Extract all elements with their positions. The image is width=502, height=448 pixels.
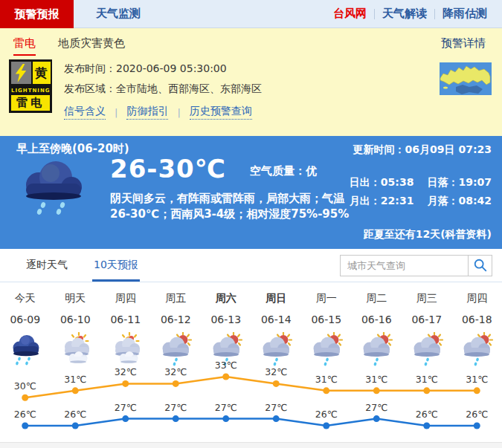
day-name: 明天 bbox=[51, 292, 101, 305]
svg-text:31℃: 31℃ bbox=[315, 374, 338, 385]
day-date: 06-14 bbox=[251, 314, 302, 325]
forecast-day-column: 周五06-12 bbox=[151, 282, 202, 366]
divider: | bbox=[115, 107, 118, 118]
svg-text:26℃: 26℃ bbox=[64, 409, 86, 420]
sunrise-time: 日出：05:38 bbox=[350, 176, 414, 189]
warning-tab-geohazard[interactable]: 地质灾害黄色 bbox=[58, 36, 125, 51]
tab-warning-forecast[interactable]: 预警预报 bbox=[0, 0, 74, 28]
sunrise-value: 05:38 bbox=[381, 176, 414, 188]
day-name: 周三 bbox=[402, 292, 452, 305]
warning-detail-link[interactable]: 预警详情 bbox=[441, 36, 486, 51]
weather-page: 预警预报 天气监测 台风网 天气解读 降雨估测 雷电 地质灾害黄色 预警详情 黄 bbox=[0, 0, 502, 448]
footer-strip bbox=[0, 442, 502, 448]
tab-hourly-weather[interactable]: 逐时天气 bbox=[26, 249, 68, 282]
forecast-day-column: 周四06-11 bbox=[100, 282, 151, 366]
publish-time-label: 发布时间： bbox=[64, 62, 116, 74]
day-name: 周四 bbox=[100, 292, 151, 305]
day-name: 周四 bbox=[452, 292, 502, 305]
day-date: 06-13 bbox=[201, 314, 251, 325]
moonset-value: 08:42 bbox=[458, 195, 492, 207]
air-quality-label: 空气质量： bbox=[250, 164, 306, 178]
search-button[interactable] bbox=[468, 255, 492, 276]
warning-tabs: 雷电 地质灾害黄色 预警详情 bbox=[0, 28, 502, 58]
day-date: 06-16 bbox=[352, 314, 402, 325]
day-name: 周一 bbox=[301, 292, 352, 305]
temp-chart: 30℃31℃32℃32℃33℃32℃31℃31℃31℃31℃26℃26℃27℃2… bbox=[0, 361, 502, 441]
svg-text:27℃: 27℃ bbox=[265, 402, 287, 413]
sun-moon-times: 日出：05:38 日落：19:07 月出：22:31 月落：08:42 bbox=[350, 176, 492, 208]
svg-text:31℃: 31℃ bbox=[466, 374, 488, 385]
solstice-countdown[interactable]: 距夏至还有12天(科普资料) bbox=[364, 228, 492, 241]
sunset-label: 日落： bbox=[427, 176, 458, 188]
day-date: 06-10 bbox=[51, 314, 101, 325]
forecast-days: 今天06-09 明天06-10 周四06-11 周五06-12 bbox=[0, 282, 502, 366]
svg-text:32℃: 32℃ bbox=[164, 366, 187, 377]
link-typhoon-net[interactable]: 台风网 bbox=[326, 7, 374, 21]
link-weather-explain[interactable]: 天气解读 bbox=[375, 7, 434, 21]
svg-text:30℃: 30℃ bbox=[14, 380, 36, 392]
svg-text:27℃: 27℃ bbox=[215, 402, 237, 413]
air-quality: 空气质量：优 bbox=[250, 164, 317, 178]
forecast-day-column: 周一06-15 bbox=[301, 282, 352, 366]
svg-text:32℃: 32℃ bbox=[265, 366, 287, 377]
publish-time-value: 2020-06-09 05:30:00 bbox=[116, 62, 227, 74]
svg-text:27℃: 27℃ bbox=[164, 402, 187, 413]
sunset-value: 19:07 bbox=[458, 176, 492, 188]
divider: | bbox=[177, 107, 180, 118]
update-time-value: 06月09日 07:23 bbox=[405, 143, 492, 155]
forecast-tabs-row: 逐时天气 10天预报 bbox=[0, 249, 502, 282]
day-name: 周二 bbox=[352, 292, 402, 305]
warning-section: 雷电 地质灾害黄色 预警详情 黄 LIGHTNING 雷电 发布时间：2020-… bbox=[0, 28, 502, 136]
publish-area-line: 发布区域：全市陆地、西部海区、东部海区 bbox=[64, 82, 262, 96]
forecast-day-column: 周二06-16 bbox=[352, 282, 402, 366]
update-time: 更新时间：06月09日 07:23 bbox=[353, 143, 492, 157]
lightning-bolt-icon bbox=[11, 62, 33, 84]
moonrise-time: 月出：22:31 bbox=[350, 195, 414, 208]
rain-cloud-icon bbox=[15, 155, 89, 219]
day-date: 06-18 bbox=[452, 314, 502, 325]
top-nav: 预警预报 天气监测 台风网 天气解读 降雨估测 bbox=[0, 0, 502, 28]
publish-area-value: 全市陆地、西部海区、东部海区 bbox=[116, 82, 262, 94]
tab-ten-day-forecast[interactable]: 10天预报 bbox=[94, 249, 138, 282]
warning-area-map[interactable] bbox=[440, 62, 492, 120]
sunset-time: 日落：19:07 bbox=[427, 176, 492, 189]
svg-text:27℃: 27℃ bbox=[115, 402, 137, 413]
day-name: 周六 bbox=[201, 292, 251, 305]
link-history-warning[interactable]: 历史预警查询 bbox=[190, 105, 252, 120]
forecast-day-column: 周四06-18 bbox=[452, 282, 502, 366]
tab-weather-monitor[interactable]: 天气监测 bbox=[74, 0, 163, 27]
link-signal-meaning[interactable]: 信号含义 bbox=[64, 105, 106, 120]
warning-tab-lightning[interactable]: 雷电 bbox=[13, 36, 36, 51]
day-date: 06-12 bbox=[151, 314, 202, 325]
update-time-label: 更新时间： bbox=[353, 143, 405, 155]
day-name: 今天 bbox=[0, 292, 51, 305]
warning-info: 发布时间：2020-06-09 05:30:00 发布区域：全市陆地、西部海区、… bbox=[64, 59, 262, 120]
warning-cn-label: 雷电 bbox=[11, 95, 51, 111]
ten-day-forecast: 今天06-09 明天06-10 周四06-11 周五06-12 bbox=[0, 282, 502, 442]
warning-body: 黄 LIGHTNING 雷电 发布时间：2020-06-09 05:30:00 … bbox=[0, 58, 502, 120]
forecast-day-column: 周日06-14 bbox=[251, 282, 302, 366]
publish-area-label: 发布区域： bbox=[64, 82, 116, 94]
link-rain-estimate[interactable]: 降雨估测 bbox=[435, 7, 495, 21]
svg-text:33℃: 33℃ bbox=[215, 361, 237, 371]
svg-text:31℃: 31℃ bbox=[64, 374, 86, 385]
sunrise-label: 日出： bbox=[350, 176, 381, 188]
moonrise-value: 22:31 bbox=[381, 195, 414, 207]
svg-text:31℃: 31℃ bbox=[365, 374, 387, 385]
warning-links: 信号含义 | 防御指引 | 历史预警查询 bbox=[64, 105, 262, 120]
svg-text:27℃: 27℃ bbox=[365, 402, 387, 413]
moonrise-label: 月出： bbox=[350, 195, 381, 207]
svg-text:26℃: 26℃ bbox=[466, 409, 488, 420]
link-defense-guide[interactable]: 防御指引 bbox=[126, 105, 168, 120]
city-search bbox=[340, 255, 492, 276]
svg-text:26℃: 26℃ bbox=[416, 409, 438, 420]
temperature-row: 26-30℃ 空气质量：优 bbox=[110, 154, 317, 184]
search-icon bbox=[473, 258, 488, 273]
day-date: 06-11 bbox=[100, 314, 151, 325]
day-date: 06-09 bbox=[0, 314, 51, 325]
day-date: 06-15 bbox=[301, 314, 352, 325]
svg-text:31℃: 31℃ bbox=[416, 374, 438, 385]
svg-text:32℃: 32℃ bbox=[115, 366, 137, 377]
svg-text:26℃: 26℃ bbox=[14, 409, 36, 420]
city-search-input[interactable] bbox=[340, 255, 468, 276]
